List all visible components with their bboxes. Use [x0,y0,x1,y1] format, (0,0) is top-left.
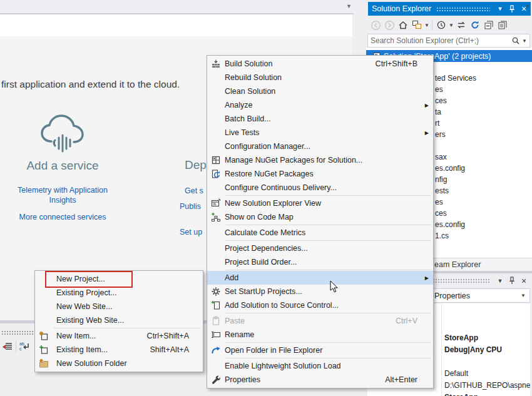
grid-column-divider[interactable] [441,303,442,396]
property-value[interactable]: Default [444,368,468,380]
menu-item-calculate-code-metrics[interactable]: Calculate Code Metrics [207,226,433,240]
menu-item-show-on-code-map[interactable]: Show on Code Map [207,210,433,224]
menu-item-label: Existing Project... [56,288,117,297]
telemetry-link[interactable]: Telemetry with Application Insights [6,185,119,205]
menu-item-build-solution[interactable]: Build SolutionCtrl+Shift+B [207,57,433,71]
new-item-icon [38,331,50,341]
menu-item-label: Show on Code Map [225,213,294,221]
menu-item-restore-nuget-packages[interactable]: Restore NuGet Packages [207,167,433,181]
menu-item-enable-lightweight-solution-load[interactable]: Enable Lightweight Solution Load [207,359,433,373]
switch-views-chevron-icon[interactable]: ▼ [424,18,430,32]
menu-item-rename[interactable]: Rename [207,328,433,342]
word-wrap-icon[interactable]: abc [18,340,31,353]
dropdown-selected-value: Properties [434,292,470,300]
svg-text:c: c [19,347,22,351]
no-icon [210,228,222,238]
menu-item-properties[interactable]: PropertiesAlt+Enter [207,373,433,387]
menu-item-batch-build[interactable]: Batch Build... [207,112,433,126]
cloud-service-icon [38,113,88,155]
tree-item-fragment[interactable]: es [435,84,443,95]
property-value[interactable]: Debug|Any CPU [444,344,502,356]
tree-item-fragment[interactable]: es [435,196,443,208]
highlight-red-box [45,271,133,288]
menu-item-add-solution-to-source-control[interactable]: Add Solution to Source Control... [207,298,433,312]
tree-item-fragment[interactable]: rt [435,118,439,129]
panel-grip[interactable] [1,330,34,335]
submenu-arrow-icon: ▶ [425,275,429,281]
setup-link-fragment[interactable]: Set up [180,228,202,236]
menu-item-existing-project[interactable]: Existing Project... [35,286,203,300]
properties-pages-icon[interactable] [496,18,509,32]
tree-item-fragment[interactable]: ces [435,95,447,106]
menu-item-label: Existing Web Site... [56,316,124,325]
tree-item-fragment[interactable]: ces [435,208,447,219]
menu-item-project-build-order[interactable]: Project Build Order... [207,255,433,269]
menu-item-new-item[interactable]: New Item...Ctrl+Shift+A [35,329,203,343]
more-connected-services-link[interactable]: More connected services [6,213,119,221]
menu-item-configuration-manager[interactable]: Configuration Manager... [207,140,433,153]
toolbar-overflow-icon[interactable]: » [526,3,529,9]
search-icon[interactable]: ▼ [511,36,529,46]
menu-item-configure-continuous-delivery[interactable]: Configure Continuous Delivery... [207,181,433,195]
filter-chevron-icon[interactable]: ▼ [448,18,454,32]
sync-with-active-document-icon[interactable] [454,18,468,32]
pin-icon[interactable] [507,276,517,286]
menu-item-existing-item[interactable]: Existing Item...Shift+Alt+A [35,343,203,357]
collapse-all-icon[interactable] [482,18,496,32]
panel-title: Solution Explorer [368,4,431,13]
window-position-chevron-icon[interactable]: ▼ [495,276,505,286]
tree-item-fragment[interactable]: ted Services [435,73,476,84]
menu-item-shortcut: Ctrl+Shift+A [147,332,189,340]
menu-item-clean-solution[interactable]: Clean Solution [207,84,433,98]
add-a-service-title[interactable]: Add a service [0,159,125,173]
home-icon[interactable] [396,18,410,32]
property-value[interactable]: StoreApp [444,332,478,344]
menu-item-new-solution-folder[interactable]: New Solution Folder [35,357,203,370]
deploy-title-fragment[interactable]: Dep [185,158,207,172]
property-value[interactable]: D:\GITHUB_REPO\aspne [444,380,530,392]
tree-item-fragment[interactable]: 1.cs [435,230,449,241]
publish-link-fragment[interactable]: Publis [180,202,201,211]
solution-explorer-title-bar[interactable]: Solution Explorer ▼ × [368,2,531,16]
tree-item-fragment[interactable]: sax [435,151,447,163]
forward-icon[interactable] [382,18,396,32]
pending-changes-filter-icon[interactable] [434,18,448,32]
get-started-link-fragment[interactable]: Get s [185,186,203,195]
switch-views-icon[interactable] [410,18,424,32]
no-icon [38,302,50,312]
tab-overflow-chevron-icon[interactable]: ▼ [346,3,352,9]
close-icon[interactable]: × [519,276,529,286]
menu-item-live-tests[interactable]: Live Tests▶ [207,126,433,140]
tree-item-fragment[interactable]: ers [435,129,446,140]
menu-item-set-startup-projects[interactable]: Set StartUp Projects... [207,285,433,298]
menu-item-open-folder-in-file-explorer[interactable]: Open Folder in File Explorer [207,343,433,357]
tree-item-fragment[interactable]: es.config [435,219,465,230]
menu-item-label: Add Solution to Source Control... [225,301,339,310]
refresh-icon[interactable] [468,18,482,32]
window-position-chevron-icon[interactable]: ▼ [495,4,505,14]
menu-item-rebuild-solution[interactable]: Rebuild Solution [207,71,433,84]
search-box[interactable]: Search Solution Explorer (Ctrl+;) ▼ [367,34,530,48]
tree-item-fragment[interactable]: es.config [435,163,465,174]
menu-separator [226,313,431,313]
menu-item-existing-web-site[interactable]: Existing Web Site... [35,313,203,327]
no-icon [210,361,222,371]
tree-item-fragment[interactable]: ta [435,106,441,118]
nuget-icon [210,155,222,165]
menu-item-new-solution-explorer-view[interactable]: New Solution Explorer View [207,196,433,210]
tree-item-fragment[interactable]: ests [435,185,449,196]
menu-item-add[interactable]: Add▶ [207,271,433,285]
menu-item-project-dependencies[interactable]: Project Dependencies... [207,241,433,255]
tree-item-fragment[interactable]: nfig [435,174,447,185]
menu-item-analyze[interactable]: Analyze▶ [207,98,433,112]
menu-item-label: Enable Lightweight Solution Load [225,362,341,370]
back-icon[interactable] [369,18,382,32]
menu-item-manage-nuget-packages-for-solution[interactable]: Manage NuGet Packages for Solution... [207,153,433,167]
output-lines-icon[interactable] [1,340,14,353]
tab-team-explorer[interactable]: eam Explorer [434,260,481,269]
menu-item-label: Clean Solution [225,87,275,96]
property-value[interactable]: StoreApp [444,392,478,396]
solution-context-menu: Build SolutionCtrl+Shift+BRebuild Soluti… [207,55,434,388]
menu-item-new-web-site[interactable]: New Web Site... [35,300,203,313]
pin-icon[interactable] [507,4,517,14]
